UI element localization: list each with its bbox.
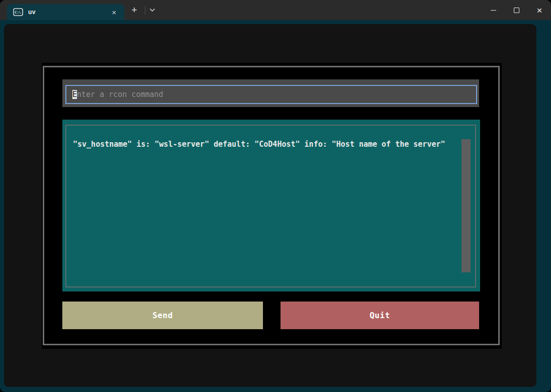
- terminal-frame: Enter a rcon command "sv_hostname" is: "…: [0, 20, 551, 392]
- text-cursor: E: [72, 90, 77, 99]
- scrollbar-thumb[interactable]: [462, 139, 471, 272]
- command-prompt-icon: C:\: [13, 8, 23, 16]
- input-placeholder: nter a rcon command: [77, 90, 163, 99]
- chevron-down-icon: [149, 8, 155, 12]
- output-log-line: "sv_hostname" is: "wsl-server" default: …: [73, 140, 460, 149]
- minimize-icon: [491, 10, 496, 11]
- close-window-button[interactable]: ×: [528, 0, 551, 20]
- window-controls: ×: [482, 0, 551, 20]
- maximize-button[interactable]: [505, 0, 528, 20]
- tab-dropdown-button[interactable]: [146, 0, 158, 20]
- rcon-output-log[interactable]: "sv_hostname" is: "wsl-server" default: …: [62, 120, 480, 291]
- title-bar: C:\ uv × + ×: [0, 0, 551, 20]
- new-tab-button[interactable]: +: [127, 0, 142, 20]
- titlebar-divider: [145, 6, 145, 15]
- terminal-window: C:\ uv × + ×: [0, 0, 551, 392]
- rcon-app-container: Enter a rcon command "sv_hostname" is: "…: [42, 63, 502, 349]
- command-prompt-icon-label: C:\: [15, 11, 21, 15]
- tab-title: uv: [28, 9, 36, 16]
- rcon-command-input[interactable]: Enter a rcon command: [62, 79, 479, 107]
- tab-uv[interactable]: C:\ uv ×: [7, 4, 124, 20]
- close-icon: ×: [536, 6, 542, 15]
- quit-button[interactable]: Quit: [281, 302, 479, 329]
- terminal-viewport: Enter a rcon command "sv_hostname" is: "…: [4, 24, 536, 387]
- maximize-icon: [514, 8, 519, 13]
- rcon-command-input-field[interactable]: Enter a rcon command: [65, 85, 477, 104]
- send-button[interactable]: Send: [62, 302, 263, 329]
- minimize-button[interactable]: [482, 0, 505, 20]
- tab-close-icon[interactable]: ×: [109, 7, 119, 17]
